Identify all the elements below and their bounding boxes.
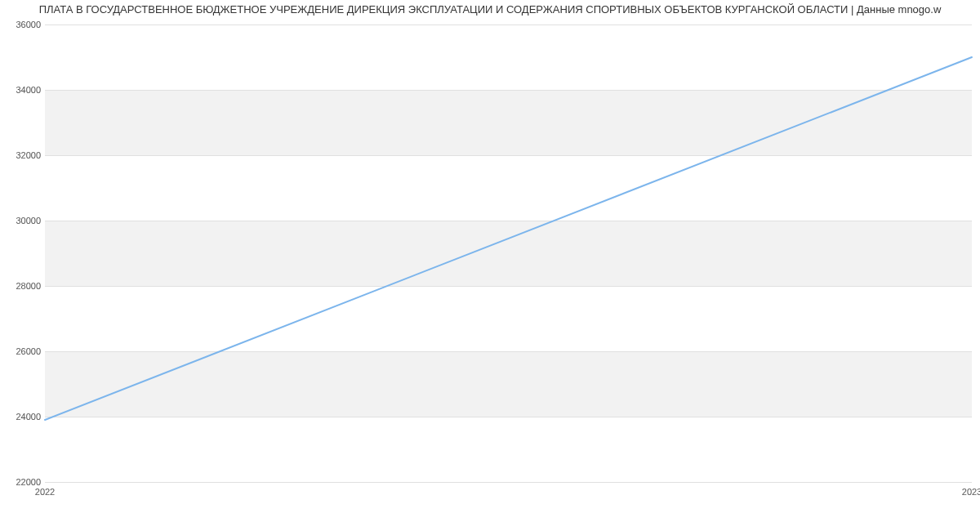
line-layer: [45, 25, 972, 482]
chart-title: ПЛАТА В ГОСУДАРСТВЕННОЕ БЮДЖЕТНОЕ УЧРЕЖД…: [0, 3, 980, 16]
y-tick-label: 26000: [7, 346, 41, 356]
y-tick-label: 34000: [7, 85, 41, 95]
plot-area: [45, 25, 972, 483]
y-tick-label: 30000: [7, 216, 41, 225]
chart-container: ПЛАТА В ГОСУДАРСТВЕННОЕ БЮДЖЕТНОЕ УЧРЕЖД…: [0, 0, 980, 531]
y-tick-label: 32000: [7, 150, 41, 160]
y-tick-label: 24000: [7, 412, 41, 422]
x-tick-label: 2022: [35, 487, 55, 497]
y-tick-label: 22000: [7, 477, 41, 487]
x-tick-label: 2023: [962, 487, 980, 497]
y-tick-label: 36000: [7, 20, 41, 29]
gridline: [45, 482, 972, 483]
data-line: [45, 57, 972, 420]
y-tick-label: 28000: [7, 281, 41, 291]
